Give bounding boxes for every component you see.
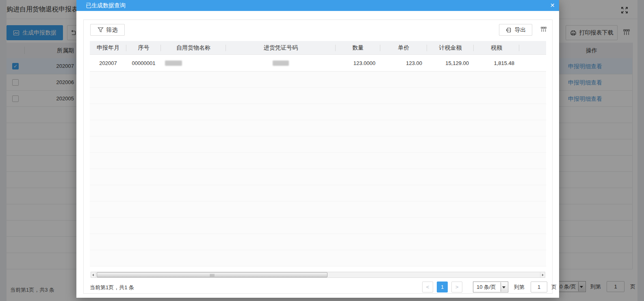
col-header-qty: 数量	[336, 41, 380, 54]
dialog-column-settings-icon[interactable]	[540, 26, 547, 33]
dialog-table: 申报年月 序号 自用货物名称 进货凭证号码 数量 单价 计税金额 税额 2020…	[90, 41, 546, 266]
tax-amount-cell: 1,815.48	[474, 55, 519, 71]
close-icon[interactable]: ✕	[547, 0, 558, 11]
dialog-empty-row	[90, 153, 546, 169]
dialog-goto-page-input[interactable]: 1	[531, 282, 547, 292]
select-arrow-button[interactable]	[501, 282, 507, 292]
taxable-amount-cell: 15,129.00	[427, 55, 474, 71]
horizontal-scrollbar[interactable]	[91, 272, 545, 278]
triangle-left-icon	[92, 274, 94, 276]
dialog-page-size-select[interactable]: 10 条/页	[473, 282, 508, 292]
filter-button[interactable]: 筛选	[90, 24, 125, 36]
redacted-voucher-no	[273, 61, 289, 66]
dialog-table-header: 申报年月 序号 自用货物名称 进货凭证号码 数量 单价 计税金额 税额	[90, 41, 546, 55]
generated-data-query-dialog: 已生成数据查询 ✕ 筛选 导出	[76, 0, 559, 298]
dialog-empty-row	[90, 250, 546, 266]
funnel-icon	[98, 27, 104, 33]
thumb-grip	[210, 274, 214, 277]
page-1-button[interactable]: 1	[437, 282, 448, 292]
dialog-content-panel: 筛选 导出 申报年月	[83, 19, 553, 294]
voucher-no-cell	[226, 55, 336, 71]
col-header-declare-month: 申报年月	[90, 41, 126, 54]
seq-no-cell: 00000001	[126, 55, 161, 71]
col-header-unit-price: 单价	[380, 41, 427, 54]
next-page-button[interactable]: >	[451, 282, 462, 292]
scroll-left-arrow[interactable]	[91, 272, 96, 277]
triangle-right-icon	[542, 274, 544, 276]
dialog-title: 已生成数据查询	[86, 0, 126, 11]
dialog-empty-row	[90, 71, 546, 88]
col-header-goods-name: 自用货物名称	[161, 41, 226, 54]
col-header-taxable-amount: 计税金额	[427, 41, 474, 54]
filter-label: 筛选	[106, 26, 118, 34]
dialog-empty-row	[90, 136, 546, 153]
dialog-table-row[interactable]: 202007 00000001 123.0000 123.00 15,129.0…	[90, 55, 546, 71]
dialog-page-unit-label: 页	[551, 282, 557, 292]
dialog-empty-row	[90, 218, 546, 234]
col-header-voucher-no: 进货凭证号码	[226, 41, 336, 54]
unit-price-cell: 123.00	[380, 55, 427, 71]
row-spacer	[519, 55, 546, 71]
col-header-spacer	[519, 41, 546, 54]
scrollbar-thumb[interactable]	[97, 272, 327, 277]
caret-down-icon	[502, 286, 505, 288]
export-label: 导出	[515, 26, 526, 34]
dialog-empty-row	[90, 169, 546, 185]
dialog-pagination-status: 当前第1页，共1 条	[90, 284, 134, 291]
dialog-empty-rows	[90, 71, 546, 266]
prev-page-button[interactable]: <	[422, 282, 433, 292]
qty-cell: 123.0000	[336, 55, 380, 71]
redacted-goods-name	[165, 61, 182, 66]
goods-name-cell	[161, 55, 226, 71]
dialog-empty-row	[90, 201, 546, 218]
dialog-empty-row	[90, 185, 546, 201]
declare-month-cell: 202007	[90, 55, 126, 71]
app-window: 购进自用货物退税申报表 生成申报数据	[0, 0, 644, 301]
dialog-titlebar: 已生成数据查询 ✕	[76, 0, 559, 11]
scroll-right-arrow[interactable]	[540, 272, 545, 277]
dialog-goto-label: 到第	[514, 282, 525, 292]
dialog-empty-row	[90, 104, 546, 120]
dialog-empty-row	[90, 234, 546, 250]
export-icon	[505, 27, 512, 33]
col-header-tax-amount: 税额	[474, 41, 519, 54]
dialog-page-size-value: 10 条/页	[477, 282, 496, 292]
dialog-empty-row	[90, 88, 546, 104]
dialog-empty-row	[90, 120, 546, 136]
export-button[interactable]: 导出	[499, 24, 532, 36]
col-header-seq-no: 序号	[126, 41, 161, 54]
